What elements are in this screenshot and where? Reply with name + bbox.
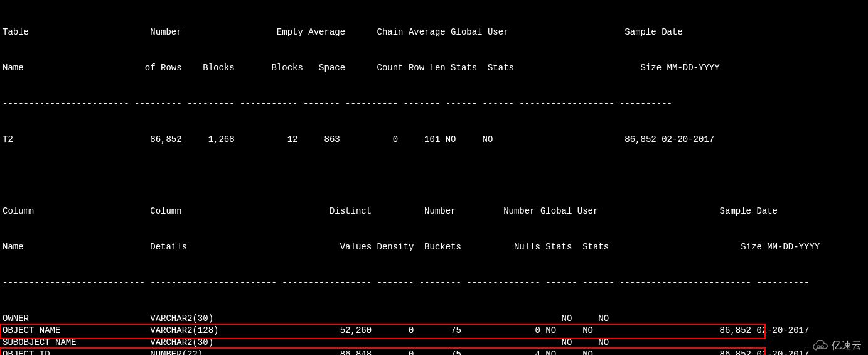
- column-divider: --------------------------- ------------…: [3, 277, 868, 289]
- watermark: 亿速云: [812, 339, 862, 351]
- terminal-output: Table Number Empty Average Chain Average…: [0, 0, 868, 355]
- table-header-line1: Table Number Empty Average Chain Average…: [3, 26, 868, 38]
- svg-point-1: [821, 345, 823, 347]
- table-divider: ------------------------ --------- -----…: [3, 98, 868, 110]
- blank-line: [3, 170, 868, 182]
- column-data-row: OBJECT_NAME VARCHAR2(128) 52,260 0 75 0 …: [3, 325, 868, 337]
- column-data-row: OBJECT_ID NUMBER(22) 86,848 0 75 4 NO NO…: [3, 349, 868, 355]
- column-header-line2: Name Details Values Density Buckets Null…: [3, 241, 868, 253]
- table-data-row: T2 86,852 1,268 12 863 0 101 NO NO 86,85…: [3, 134, 868, 146]
- table-header-line2: Name of Rows Blocks Blocks Space Count R…: [3, 62, 868, 74]
- column-data-row: SUBOBJECT_NAME VARCHAR2(30) NO NO: [3, 337, 868, 349]
- column-data-row: OWNER VARCHAR2(30) NO NO: [3, 313, 868, 325]
- cloud-icon: [812, 340, 829, 351]
- column-header-line1: Column Column Distinct Number Number Glo…: [3, 205, 868, 217]
- svg-point-0: [817, 345, 820, 347]
- watermark-text: 亿速云: [832, 339, 862, 351]
